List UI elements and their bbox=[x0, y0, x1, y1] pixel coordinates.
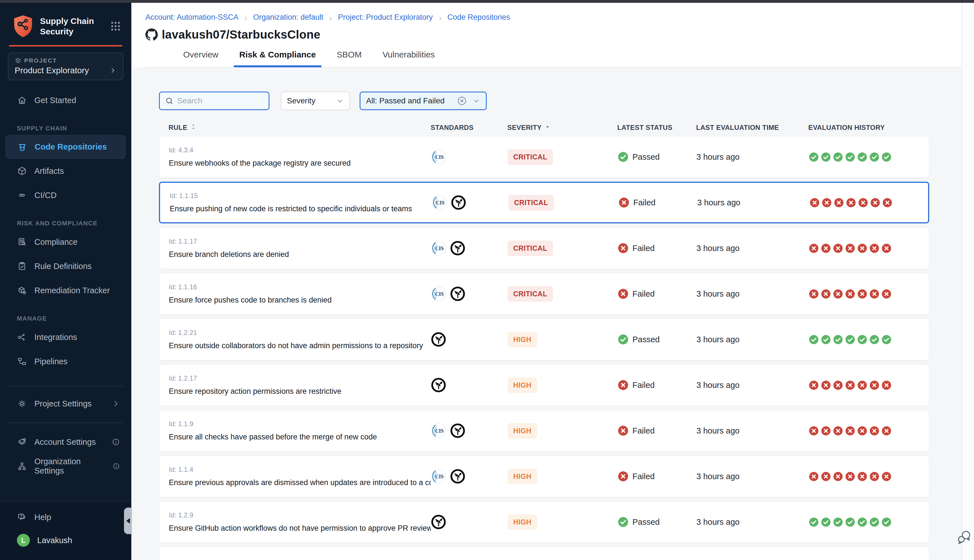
rule-id: Id: 1.2.21 bbox=[169, 329, 431, 337]
x-circle-icon bbox=[846, 197, 856, 208]
home-icon bbox=[17, 95, 27, 105]
evaluation-history-cell bbox=[809, 426, 919, 436]
breadcrumb-link-organization-default[interactable]: Organization: default bbox=[253, 13, 323, 22]
column-header-severity[interactable]: SEVERITY bbox=[507, 123, 617, 132]
standards-cell: CIS bbox=[431, 240, 507, 256]
sidebar-section-supply-chain: SUPPLY CHAIN bbox=[17, 125, 131, 132]
sidebar-item-pipelines[interactable]: Pipelines bbox=[0, 349, 131, 373]
table-row[interactable]: Id: 1.1.17Ensure branch deletions are de… bbox=[159, 227, 929, 269]
sidebar-item-ci-cd[interactable]: CI/CD bbox=[0, 183, 131, 207]
check-circle-icon bbox=[809, 517, 819, 527]
cicd-icon bbox=[17, 190, 27, 200]
search-box bbox=[159, 92, 269, 110]
sidebar-divider bbox=[8, 386, 123, 387]
severity-badge: HIGH bbox=[507, 469, 537, 484]
sidebar-item-integrations[interactable]: Integrations bbox=[0, 325, 131, 349]
sidebar-item-project-settings[interactable]: Project Settings bbox=[0, 392, 131, 416]
sidebar-item-label: Project Settings bbox=[34, 399, 92, 408]
check-circle-icon bbox=[869, 334, 880, 345]
sidebar-user[interactable]: L Lavakush bbox=[0, 528, 131, 553]
breadcrumb-link-code-repositories[interactable]: Code Repositories bbox=[447, 13, 510, 22]
rule-id: Id: 4.3.4 bbox=[169, 146, 431, 154]
evaluation-history-cell bbox=[809, 517, 919, 527]
sidebar-item-label: Organization Settings bbox=[34, 457, 105, 475]
sidebar-section-manage: MANAGE bbox=[17, 315, 131, 322]
rule-name: Ensure force pushes code to branches is … bbox=[169, 296, 431, 305]
check-circle-icon bbox=[821, 517, 831, 527]
scrollbar-track[interactable] bbox=[962, 3, 974, 560]
evaluation-history-cell bbox=[809, 152, 919, 162]
sidebar-item-label: Pipelines bbox=[34, 357, 68, 366]
x-circle-icon bbox=[833, 471, 843, 482]
x-circle-icon bbox=[809, 289, 819, 299]
x-circle-icon bbox=[809, 471, 819, 482]
sidebar-item-account-settings[interactable]: Account Settings bbox=[0, 430, 131, 454]
standards-cell: CIS bbox=[431, 149, 507, 165]
owasp-icon bbox=[431, 332, 446, 347]
evaluation-history-cell bbox=[809, 289, 919, 299]
table-row[interactable]: Id: 1.1.4Ensure previous approvals are d… bbox=[159, 455, 929, 497]
last-evaluation-time: 3 hours ago bbox=[696, 426, 809, 435]
x-circle-icon bbox=[869, 426, 880, 436]
table-header: RULESTANDARDSSEVERITYLATEST STATUSLAST E… bbox=[159, 123, 929, 132]
severity-filter-dropdown[interactable]: Severity bbox=[281, 92, 350, 110]
tab-overview[interactable]: Overview bbox=[178, 44, 224, 67]
sidebar-item-label: Code Repositories bbox=[35, 142, 107, 152]
breadcrumb-link-account-automation-ssca[interactable]: Account: Automation-SSCA bbox=[145, 13, 238, 22]
apps-grid-icon[interactable] bbox=[109, 20, 122, 32]
x-circle-icon bbox=[881, 289, 892, 299]
table-row[interactable]: Id: 1.1.15Ensure pushing of new code is … bbox=[159, 182, 929, 223]
sidebar-item-remediation-tracker[interactable]: Remediation Tracker bbox=[0, 278, 131, 303]
owasp-icon bbox=[451, 195, 466, 210]
supply-chain-security-logo-icon bbox=[12, 15, 34, 38]
table-row[interactable]: Id: 1.1.9Ensure all checks have passed b… bbox=[159, 410, 929, 452]
search-input[interactable] bbox=[177, 96, 264, 105]
sidebar-item-compliance[interactable]: Compliance bbox=[0, 230, 131, 254]
table-row[interactable]: Id: 1.1.16Ensure force pushes code to br… bbox=[159, 273, 929, 315]
svg-text:CIS: CIS bbox=[435, 291, 444, 297]
title-row: lavakush07/StarbucksClone bbox=[145, 28, 962, 42]
sidebar-item-get-started[interactable]: Get Started bbox=[0, 88, 131, 112]
column-header-rule[interactable]: RULE bbox=[168, 123, 430, 132]
tab-vulnerabilities[interactable]: Vulnerabilities bbox=[377, 44, 440, 67]
status-label: Passed bbox=[632, 517, 660, 527]
status-filter-dropdown[interactable]: All: Passed and Failed bbox=[360, 92, 487, 110]
info-icon[interactable] bbox=[112, 462, 120, 470]
check-circle-icon bbox=[833, 517, 843, 527]
breadcrumb-link-project-product-exploratory[interactable]: Project: Product Exploratory bbox=[338, 13, 433, 22]
severity-badge: CRITICAL bbox=[507, 286, 553, 302]
rule-name: Ensure pushing of new code is restricted… bbox=[170, 205, 432, 213]
logo-row: Supply Chain Security bbox=[0, 0, 131, 38]
latest-status-cell: Passed bbox=[617, 516, 696, 528]
sidebar-item-help[interactable]: Help bbox=[0, 507, 131, 528]
sidebar-section-risk-and-compliance: RISK AND COMPLIANCE bbox=[17, 220, 131, 227]
tab-risk-compliance[interactable]: Risk & Compliance bbox=[233, 44, 322, 67]
table-row[interactable]: Id: 1.2.17Ensure repository action permi… bbox=[159, 364, 929, 406]
clear-filter-icon[interactable] bbox=[457, 95, 467, 106]
sidebar-item-rule-definitions[interactable]: Rule Definitions bbox=[0, 254, 131, 278]
column-header-label: EVALUATION HISTORY bbox=[808, 124, 885, 132]
x-circle-icon bbox=[870, 197, 881, 208]
standards-cell bbox=[431, 514, 507, 530]
table-row[interactable]: Id: 4.3.4Ensure webhooks of the package … bbox=[159, 136, 929, 178]
sort-icon bbox=[190, 123, 197, 132]
table-row[interactable]: Id: 1.2.9Ensure GitHub action workflows … bbox=[159, 501, 929, 543]
info-icon[interactable] bbox=[112, 438, 120, 446]
x-circle-icon bbox=[857, 426, 867, 436]
sidebar-item-artifacts[interactable]: Artifacts bbox=[0, 159, 131, 183]
x-circle-icon bbox=[833, 243, 843, 253]
severity-badge: HIGH bbox=[507, 377, 537, 393]
sidebar-item-organization-settings[interactable]: Organization Settings bbox=[0, 454, 131, 478]
x-circle-icon bbox=[881, 471, 892, 482]
sidebar: Supply Chain Security PROJECT Product Ex… bbox=[0, 0, 131, 560]
table-row[interactable]: Id: 1.2.21Ensure outside collaborators d… bbox=[159, 318, 929, 360]
table-row[interactable]: Id: 1.1.5CISHIGHFailed3 hours ago bbox=[159, 547, 929, 560]
chat-support-icon[interactable] bbox=[956, 528, 973, 547]
sidebar-item-label: Account Settings bbox=[34, 437, 96, 447]
sidebar-item-code-repositories[interactable]: Code Repositories bbox=[6, 135, 126, 159]
tab-sbom[interactable]: SBOM bbox=[331, 44, 367, 67]
project-selector[interactable]: PROJECT Product Exploratory bbox=[8, 53, 123, 80]
sidebar-collapse-handle[interactable] bbox=[124, 508, 132, 534]
x-circle-icon bbox=[809, 243, 819, 253]
latest-status-cell: Failed bbox=[618, 197, 697, 208]
